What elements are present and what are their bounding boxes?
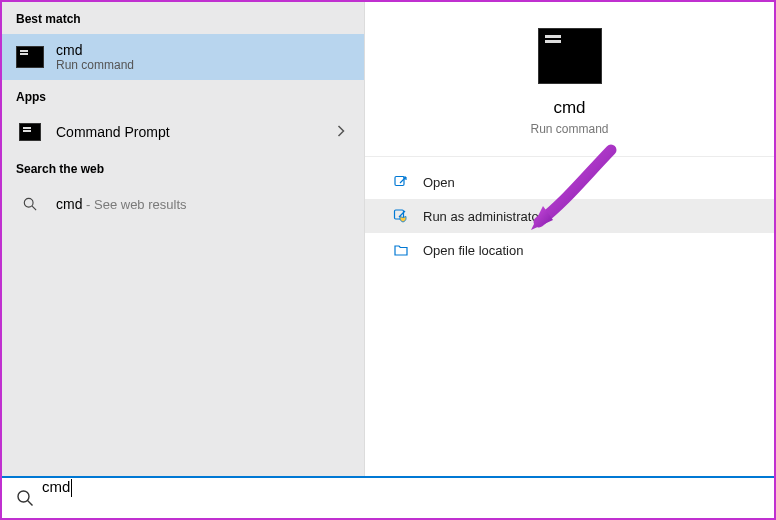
search-bar[interactable]: cmd [2, 476, 774, 518]
action-open[interactable]: Open [365, 165, 774, 199]
svg-line-1 [32, 206, 36, 210]
result-title: Command Prompt [56, 124, 325, 140]
search-icon [16, 192, 44, 216]
result-title: cmd [56, 42, 350, 58]
web-result[interactable]: cmd - See web results [2, 184, 364, 224]
svg-point-0 [24, 198, 33, 207]
detail-panel: cmd Run command Open Run as administrato… [365, 2, 774, 476]
cmd-icon [16, 45, 44, 69]
cmd-icon [16, 120, 44, 144]
open-icon [393, 174, 409, 190]
cmd-icon-large [538, 28, 602, 84]
svg-point-4 [18, 491, 29, 502]
search-icon [16, 489, 34, 507]
best-match-result[interactable]: cmd Run command [2, 34, 364, 80]
section-header-web: Search the web [2, 152, 364, 184]
web-result-text: cmd - See web results [56, 195, 350, 213]
actions-list: Open Run as administrator Open file loca… [365, 157, 774, 275]
svg-line-5 [28, 501, 33, 506]
search-input[interactable]: cmd [42, 478, 768, 518]
action-run-as-admin[interactable]: Run as administrator [365, 199, 774, 233]
action-label: Open file location [423, 243, 523, 258]
folder-icon [393, 242, 409, 258]
detail-subtitle: Run command [530, 122, 608, 136]
action-label: Run as administrator [423, 209, 543, 224]
action-label: Open [423, 175, 455, 190]
section-header-apps: Apps [2, 80, 364, 112]
detail-title: cmd [553, 98, 585, 118]
apps-result[interactable]: Command Prompt [2, 112, 364, 152]
result-subtitle: Run command [56, 58, 350, 72]
results-panel: Best match cmd Run command Apps Command … [2, 2, 365, 476]
admin-shield-icon [393, 208, 409, 224]
chevron-right-icon [337, 125, 346, 140]
action-open-file-location[interactable]: Open file location [365, 233, 774, 267]
section-header-best-match: Best match [2, 2, 364, 34]
